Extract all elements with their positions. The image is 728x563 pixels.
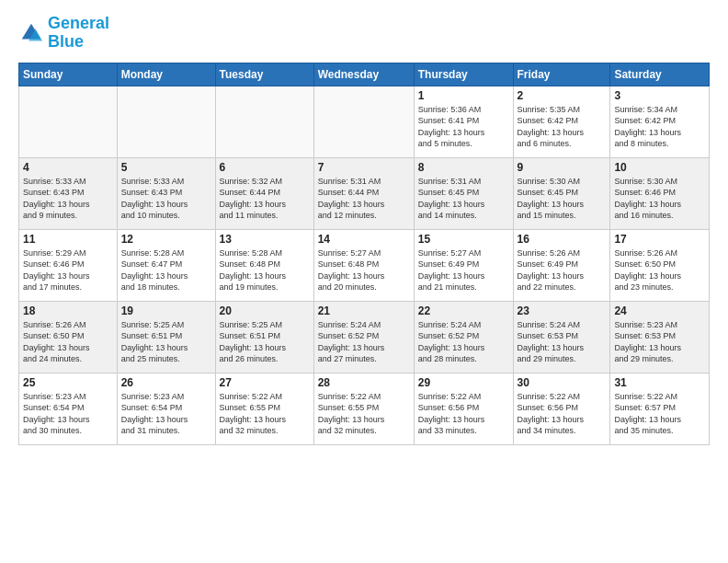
day-number: 3 xyxy=(614,89,705,102)
calendar-cell: 28Sunrise: 5:22 AM Sunset: 6:55 PM Dayli… xyxy=(313,373,414,444)
day-number: 20 xyxy=(220,304,310,317)
calendar-cell: 29Sunrise: 5:22 AM Sunset: 6:56 PM Dayli… xyxy=(414,373,513,444)
day-number: 27 xyxy=(220,376,310,389)
day-info: Sunrise: 5:24 AM Sunset: 6:52 PM Dayligh… xyxy=(318,319,410,365)
logo-text: General Blue xyxy=(48,15,109,52)
calendar-week-row: 25Sunrise: 5:23 AM Sunset: 6:54 PM Dayli… xyxy=(19,373,710,444)
calendar-week-row: 1Sunrise: 5:36 AM Sunset: 6:41 PM Daylig… xyxy=(19,86,710,157)
calendar-cell: 30Sunrise: 5:22 AM Sunset: 6:56 PM Dayli… xyxy=(513,373,610,444)
day-number: 4 xyxy=(23,161,113,174)
calendar-cell: 27Sunrise: 5:22 AM Sunset: 6:55 PM Dayli… xyxy=(215,373,313,444)
calendar-week-row: 18Sunrise: 5:26 AM Sunset: 6:50 PM Dayli… xyxy=(19,301,710,373)
day-number: 2 xyxy=(518,89,607,102)
day-number: 18 xyxy=(23,304,113,317)
day-info: Sunrise: 5:23 AM Sunset: 6:53 PM Dayligh… xyxy=(614,319,705,365)
calendar-header-row: SundayMondayTuesdayWednesdayThursdayFrid… xyxy=(19,63,710,86)
day-number: 1 xyxy=(418,89,509,102)
day-number: 10 xyxy=(614,161,705,174)
calendar-cell xyxy=(215,86,313,157)
weekday-header-monday: Monday xyxy=(117,63,215,86)
day-info: Sunrise: 5:30 AM Sunset: 6:45 PM Dayligh… xyxy=(518,176,607,222)
day-info: Sunrise: 5:26 AM Sunset: 6:50 PM Dayligh… xyxy=(23,319,113,365)
weekday-header-sunday: Sunday xyxy=(19,63,118,86)
page: General Blue SundayMondayTuesdayWednesda… xyxy=(0,0,728,563)
calendar-cell: 22Sunrise: 5:24 AM Sunset: 6:52 PM Dayli… xyxy=(414,301,513,373)
day-info: Sunrise: 5:29 AM Sunset: 6:46 PM Dayligh… xyxy=(23,247,113,293)
calendar-cell: 4Sunrise: 5:33 AM Sunset: 6:43 PM Daylig… xyxy=(19,157,118,229)
calendar-cell: 26Sunrise: 5:23 AM Sunset: 6:54 PM Dayli… xyxy=(117,373,215,444)
calendar-cell: 25Sunrise: 5:23 AM Sunset: 6:54 PM Dayli… xyxy=(19,373,118,444)
calendar-cell: 1Sunrise: 5:36 AM Sunset: 6:41 PM Daylig… xyxy=(414,86,513,157)
day-info: Sunrise: 5:31 AM Sunset: 6:44 PM Dayligh… xyxy=(318,176,410,222)
calendar-cell: 10Sunrise: 5:30 AM Sunset: 6:46 PM Dayli… xyxy=(610,157,710,229)
day-info: Sunrise: 5:22 AM Sunset: 6:56 PM Dayligh… xyxy=(518,391,607,437)
day-info: Sunrise: 5:34 AM Sunset: 6:42 PM Dayligh… xyxy=(614,104,705,150)
calendar-cell: 9Sunrise: 5:30 AM Sunset: 6:45 PM Daylig… xyxy=(513,157,610,229)
day-info: Sunrise: 5:24 AM Sunset: 6:53 PM Dayligh… xyxy=(518,319,607,365)
calendar-cell: 21Sunrise: 5:24 AM Sunset: 6:52 PM Dayli… xyxy=(313,301,414,373)
day-number: 14 xyxy=(318,233,410,246)
day-info: Sunrise: 5:26 AM Sunset: 6:49 PM Dayligh… xyxy=(518,247,607,293)
day-number: 11 xyxy=(23,233,113,246)
day-info: Sunrise: 5:27 AM Sunset: 6:49 PM Dayligh… xyxy=(418,247,509,293)
calendar-cell: 23Sunrise: 5:24 AM Sunset: 6:53 PM Dayli… xyxy=(513,301,610,373)
logo-icon xyxy=(18,20,44,46)
calendar-cell: 20Sunrise: 5:25 AM Sunset: 6:51 PM Dayli… xyxy=(215,301,313,373)
day-info: Sunrise: 5:32 AM Sunset: 6:44 PM Dayligh… xyxy=(220,176,310,222)
day-info: Sunrise: 5:25 AM Sunset: 6:51 PM Dayligh… xyxy=(121,319,211,365)
weekday-header-friday: Friday xyxy=(513,63,610,86)
calendar-cell: 5Sunrise: 5:33 AM Sunset: 6:43 PM Daylig… xyxy=(117,157,215,229)
day-number: 13 xyxy=(220,233,310,246)
day-info: Sunrise: 5:28 AM Sunset: 6:47 PM Dayligh… xyxy=(121,247,211,293)
calendar-cell: 8Sunrise: 5:31 AM Sunset: 6:45 PM Daylig… xyxy=(414,157,513,229)
calendar-cell xyxy=(19,86,118,157)
weekday-header-saturday: Saturday xyxy=(610,63,710,86)
day-number: 22 xyxy=(418,304,509,317)
day-info: Sunrise: 5:30 AM Sunset: 6:46 PM Dayligh… xyxy=(614,176,705,222)
day-number: 28 xyxy=(318,376,410,389)
day-info: Sunrise: 5:26 AM Sunset: 6:50 PM Dayligh… xyxy=(614,247,705,293)
day-info: Sunrise: 5:24 AM Sunset: 6:52 PM Dayligh… xyxy=(418,319,509,365)
day-info: Sunrise: 5:36 AM Sunset: 6:41 PM Dayligh… xyxy=(418,104,509,150)
day-info: Sunrise: 5:22 AM Sunset: 6:57 PM Dayligh… xyxy=(614,391,705,437)
weekday-header-tuesday: Tuesday xyxy=(215,63,313,86)
day-number: 9 xyxy=(518,161,607,174)
calendar-cell: 24Sunrise: 5:23 AM Sunset: 6:53 PM Dayli… xyxy=(610,301,710,373)
day-info: Sunrise: 5:25 AM Sunset: 6:51 PM Dayligh… xyxy=(220,319,310,365)
calendar-cell: 16Sunrise: 5:26 AM Sunset: 6:49 PM Dayli… xyxy=(513,229,610,301)
day-number: 26 xyxy=(121,376,211,389)
day-info: Sunrise: 5:33 AM Sunset: 6:43 PM Dayligh… xyxy=(121,176,211,222)
day-number: 8 xyxy=(418,161,509,174)
calendar-week-row: 11Sunrise: 5:29 AM Sunset: 6:46 PM Dayli… xyxy=(19,229,710,301)
day-number: 30 xyxy=(518,376,607,389)
day-number: 5 xyxy=(121,161,211,174)
calendar-cell: 19Sunrise: 5:25 AM Sunset: 6:51 PM Dayli… xyxy=(117,301,215,373)
day-number: 16 xyxy=(518,233,607,246)
day-number: 19 xyxy=(121,304,211,317)
day-info: Sunrise: 5:28 AM Sunset: 6:48 PM Dayligh… xyxy=(220,247,310,293)
day-info: Sunrise: 5:35 AM Sunset: 6:42 PM Dayligh… xyxy=(518,104,607,150)
day-number: 17 xyxy=(614,233,705,246)
day-number: 29 xyxy=(418,376,509,389)
logo: General Blue xyxy=(18,15,109,52)
calendar-cell: 31Sunrise: 5:22 AM Sunset: 6:57 PM Dayli… xyxy=(610,373,710,444)
calendar-cell xyxy=(313,86,414,157)
day-number: 25 xyxy=(23,376,113,389)
day-info: Sunrise: 5:23 AM Sunset: 6:54 PM Dayligh… xyxy=(121,391,211,437)
day-number: 15 xyxy=(418,233,509,246)
day-info: Sunrise: 5:31 AM Sunset: 6:45 PM Dayligh… xyxy=(418,176,509,222)
day-number: 23 xyxy=(518,304,607,317)
day-info: Sunrise: 5:22 AM Sunset: 6:55 PM Dayligh… xyxy=(318,391,410,437)
weekday-header-wednesday: Wednesday xyxy=(313,63,414,86)
day-number: 7 xyxy=(318,161,410,174)
day-info: Sunrise: 5:22 AM Sunset: 6:56 PM Dayligh… xyxy=(418,391,509,437)
day-info: Sunrise: 5:22 AM Sunset: 6:55 PM Dayligh… xyxy=(220,391,310,437)
calendar-table: SundayMondayTuesdayWednesdayThursdayFrid… xyxy=(18,63,710,445)
day-info: Sunrise: 5:23 AM Sunset: 6:54 PM Dayligh… xyxy=(23,391,113,437)
calendar-cell: 11Sunrise: 5:29 AM Sunset: 6:46 PM Dayli… xyxy=(19,229,118,301)
calendar-cell: 14Sunrise: 5:27 AM Sunset: 6:48 PM Dayli… xyxy=(313,229,414,301)
calendar-cell: 6Sunrise: 5:32 AM Sunset: 6:44 PM Daylig… xyxy=(215,157,313,229)
calendar-week-row: 4Sunrise: 5:33 AM Sunset: 6:43 PM Daylig… xyxy=(19,157,710,229)
calendar-cell: 3Sunrise: 5:34 AM Sunset: 6:42 PM Daylig… xyxy=(610,86,710,157)
calendar-cell: 15Sunrise: 5:27 AM Sunset: 6:49 PM Dayli… xyxy=(414,229,513,301)
